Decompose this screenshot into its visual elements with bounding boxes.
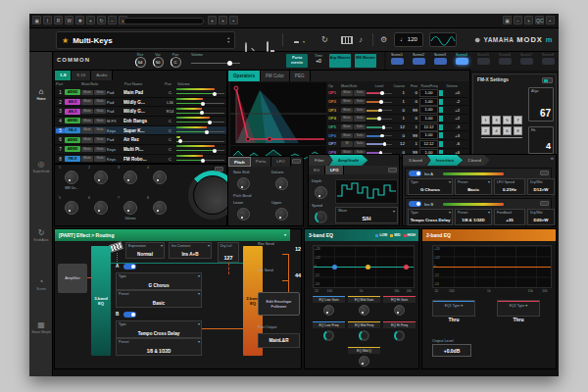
waveform-display[interactable] bbox=[429, 32, 457, 47]
operator-solo-button[interactable]: Solo bbox=[354, 124, 366, 129]
sidebar-item[interactable]: ◎ SuperKnob bbox=[29, 160, 53, 173]
operator-ratio-field[interactable]: 1.00 bbox=[419, 89, 443, 97]
assign-knob[interactable]: 4 bbox=[145, 166, 174, 196]
feedback-field[interactable]: Fb 4 bbox=[528, 126, 554, 154]
eq2-type-select[interactable]: EQ2 Type ▾ Thru bbox=[497, 300, 540, 317]
amplitude-subtab[interactable]: LFO bbox=[325, 166, 344, 174]
operator-fine-value[interactable]: 99 bbox=[407, 133, 419, 138]
part-pan-value[interactable]: C bbox=[164, 90, 176, 95]
part-row[interactable]: 5 FM-X Mute Solo Keys Super K... C bbox=[55, 126, 226, 136]
assign-knob[interactable]: 2 bbox=[86, 166, 116, 196]
assign-knob-dial[interactable] bbox=[123, 201, 137, 215]
eq-freq-knob[interactable]: EQ Mid Freq bbox=[348, 321, 380, 341]
operator-coarse-value[interactable]: 1 bbox=[394, 116, 407, 121]
operator-level-slider[interactable] bbox=[367, 124, 392, 130]
part-row[interactable]: 6 AWM2 Mute Solo Pad Air Rez C bbox=[55, 135, 226, 145]
host-icon[interactable]: W bbox=[65, 16, 74, 24]
part-mute-button[interactable]: Mute bbox=[81, 147, 93, 153]
part-solo-button[interactable]: Solo bbox=[94, 127, 106, 133]
part-pan-value[interactable]: C bbox=[164, 119, 176, 123]
pitch-panel-switch[interactable] bbox=[292, 159, 301, 164]
part-mute-button[interactable]: Mute bbox=[81, 156, 93, 162]
eq-low-handle[interactable] bbox=[332, 265, 337, 270]
operators-tab[interactable]: PEG bbox=[290, 71, 311, 81]
routing-ins-b-toggle[interactable] bbox=[123, 312, 136, 318]
ins-connect-select[interactable]: Ins Connect▾ Ins A+B bbox=[169, 242, 212, 259]
routing-a-type-select[interactable]: Type▾ G Chorus bbox=[116, 272, 202, 290]
operator-level-slider[interactable] bbox=[367, 141, 392, 147]
assign-knob[interactable]: 7 Volume bbox=[116, 196, 145, 226]
host-icon[interactable]: R bbox=[54, 16, 63, 24]
host-window-icon[interactable]: ▪ bbox=[546, 16, 555, 24]
eq1-type-select[interactable]: EQ1 Type ▾ Thru bbox=[432, 300, 475, 317]
common-knob-value[interactable]: 50 bbox=[153, 57, 164, 68]
assign-knob-dial[interactable] bbox=[153, 201, 167, 215]
scene-pad[interactable] bbox=[434, 58, 447, 65]
part-volume-slider[interactable] bbox=[176, 126, 224, 134]
eq-gain-knob[interactable]: EQ Low Gain bbox=[313, 296, 345, 316]
operator-ratio-field[interactable]: 1.00 bbox=[419, 115, 443, 122]
operator-ratio-field[interactable]: 12.12 bbox=[419, 123, 443, 131]
part-row[interactable]: 4 AWM2 Mute Solo M.FX Enh Bangs C bbox=[55, 117, 226, 126]
ins-a-switch[interactable] bbox=[540, 171, 549, 175]
operator-ratio-field[interactable]: 12.12 bbox=[419, 140, 443, 148]
host-window-icon[interactable]: + bbox=[524, 16, 533, 24]
bend-upper-knob[interactable] bbox=[275, 208, 288, 220]
operator-solo-button[interactable]: Solo bbox=[354, 141, 366, 146]
pitch-tab[interactable]: Pitch bbox=[228, 157, 251, 167]
part-solo-button[interactable]: Solo bbox=[94, 99, 106, 105]
amplitude-subtab[interactable]: EG bbox=[309, 166, 325, 174]
operator-detune-value[interactable]: +3 bbox=[443, 133, 460, 138]
algorithm-field[interactable]: Algo 67 bbox=[528, 87, 554, 122]
host-icon[interactable]: − bbox=[108, 16, 117, 24]
dry-level-field[interactable]: Dry Lvl 127 bbox=[218, 242, 239, 263]
operator-fine-value[interactable]: 0 bbox=[407, 90, 419, 95]
assign-knob[interactable]: 1 MW De... bbox=[57, 166, 86, 196]
assign-knob-dial[interactable] bbox=[94, 171, 108, 184]
performance-spinner[interactable]: ▲ ▼ bbox=[227, 36, 230, 44]
operator-fine-value[interactable]: 1 bbox=[407, 124, 419, 129]
assign-knob[interactable]: 8 bbox=[145, 196, 174, 226]
part-tab[interactable]: 1-8 bbox=[55, 71, 72, 80]
part-solo-button[interactable]: Solo bbox=[94, 109, 106, 115]
operator-ratio-value[interactable]: 12.12 bbox=[419, 140, 438, 148]
operator-solo-button[interactable]: Solo bbox=[354, 90, 366, 95]
operator-level-slider[interactable] bbox=[367, 116, 392, 122]
ins-b-switch[interactable] bbox=[540, 201, 549, 206]
common-knob[interactable]: Pan C bbox=[168, 53, 183, 68]
ins-b-drywet-field[interactable]: Dry/Wet D20>W bbox=[527, 209, 555, 225]
routing-ins-a-toggle[interactable] bbox=[123, 264, 136, 270]
scene-button[interactable]: Scene1 bbox=[386, 52, 408, 71]
portamento-button[interactable]: Porta mento bbox=[286, 54, 308, 68]
host-icon[interactable]: ▪ bbox=[229, 16, 238, 24]
scene-button[interactable]: Scene2 bbox=[408, 52, 429, 71]
part-tab[interactable]: Audio bbox=[91, 71, 113, 80]
operator-row[interactable]: OP4 Mute Solo 1 0 1.00 +2 bbox=[328, 115, 470, 123]
spinner-down-icon[interactable]: ▼ bbox=[227, 40, 230, 44]
part-mute-button[interactable]: Mute bbox=[81, 109, 93, 115]
lfo-wave-select[interactable]: Wave ▾ S/H bbox=[335, 207, 398, 223]
pitch-tab[interactable]: Porta bbox=[251, 157, 272, 167]
part-mute-button[interactable]: Mute bbox=[81, 127, 93, 133]
routing-b-type-select[interactable]: Type▾ Tempo Cross Delay bbox=[116, 320, 202, 338]
host-icon[interactable]: + bbox=[86, 16, 95, 24]
scene-button[interactable]: Scene7 bbox=[515, 52, 537, 71]
part-volume-slider[interactable] bbox=[176, 88, 224, 96]
assign-knob-dial[interactable] bbox=[153, 171, 167, 184]
sidebar-item[interactable]: ▦ Smart Morph bbox=[29, 320, 53, 334]
common-knob[interactable]: Var 50 bbox=[150, 53, 166, 68]
favorite-star-icon[interactable]: ★ bbox=[62, 36, 69, 45]
operator-mute-button[interactable]: Mute bbox=[341, 116, 353, 121]
assign-knob[interactable]: 5 bbox=[57, 196, 86, 226]
part-pan-value[interactable]: C bbox=[164, 137, 176, 142]
performance-name-box[interactable]: ★ Multi-Keys ▲ ▼ bbox=[56, 31, 235, 49]
operator-row[interactable]: OP5 Mute Solo 12 1 12.12 -3 bbox=[328, 123, 470, 132]
eq-freq-knob[interactable]: EQ Hi Freq bbox=[383, 321, 416, 341]
sidebar-item[interactable]: ↻ KnobAuto bbox=[29, 228, 53, 242]
ins-a-param-field[interactable]: LFO Speed 0.21Hz bbox=[494, 178, 525, 195]
assign-knob-dial[interactable] bbox=[65, 171, 78, 184]
folder-dropdown-icon[interactable]: ▾ bbox=[303, 36, 305, 48]
common-knob[interactable]: Rev 64 bbox=[132, 53, 148, 68]
eq-high-handle[interactable] bbox=[404, 265, 409, 270]
operator-ratio-value[interactable]: 12.12 bbox=[419, 123, 438, 131]
